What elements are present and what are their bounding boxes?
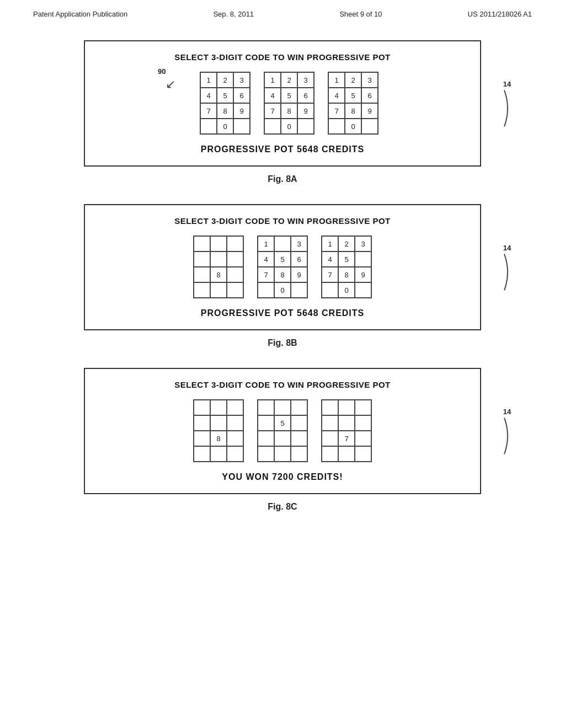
bottom-info-8a: PROGRESSIVE POT 5648 CREDITS	[102, 144, 463, 154]
grid-cell: 2	[281, 72, 297, 88]
grid-cell	[210, 415, 227, 431]
grid-cell	[258, 431, 274, 446]
grid-8b-1: 8	[193, 235, 244, 298]
grid-cell: 2	[217, 72, 233, 88]
grid-cell: 7	[200, 103, 217, 119]
grid-cell	[210, 251, 227, 267]
grid-cell	[227, 282, 243, 298]
grid-cell: 8	[345, 103, 361, 119]
num-grid-8a-3: 1234567890	[328, 72, 379, 135]
grid-cell	[258, 400, 274, 415]
grids-row-8b: 8 134567890 123457890	[102, 235, 463, 298]
num-grid-8c-1: 8	[193, 399, 244, 462]
figure-8c: SELECT 3-DIGIT CODE TO WIN PROGRESSIVE P…	[33, 368, 532, 512]
grid-cell	[194, 431, 210, 446]
grid-cell: 2	[338, 236, 355, 251]
diagram-8a-wrapper: SELECT 3-DIGIT CODE TO WIN PROGRESSIVE P…	[84, 40, 481, 167]
grid-cell: 9	[355, 267, 371, 282]
grid-cell: 4	[200, 88, 217, 103]
grid-cell	[194, 251, 210, 267]
grid-cell	[291, 282, 307, 298]
grid-cell	[355, 446, 371, 462]
grid-cell	[210, 446, 227, 462]
label-90: 90	[158, 67, 166, 76]
figure-8a: SELECT 3-DIGIT CODE TO WIN PROGRESSIVE P…	[33, 40, 532, 184]
grids-row-8a: 90 ↙ 1234567890 1234567890 1234567890	[102, 72, 463, 135]
grid-cell	[227, 236, 243, 251]
num-grid-8a-2: 1234567890	[264, 72, 315, 135]
grid-cell: 5	[217, 88, 233, 103]
grid-cell: 8	[217, 103, 233, 119]
grid-cell: 7	[258, 267, 274, 282]
grid-cell	[322, 282, 338, 298]
grid-cell	[210, 282, 227, 298]
grid-cell	[227, 431, 243, 446]
grid-cell: 9	[291, 267, 307, 282]
grid-cell: 3	[297, 72, 314, 88]
header-left: Patent Application Publication	[33, 10, 127, 18]
grid-cell: 3	[355, 236, 371, 251]
num-grid-8c-3: 7	[321, 399, 372, 462]
grid-cell	[361, 119, 378, 134]
grid-cell: 6	[291, 251, 307, 267]
grid-cell: 9	[361, 103, 378, 119]
grids-row-8c: 8 5 7	[102, 399, 463, 462]
grid-cell: 7	[322, 267, 338, 282]
grid-cell	[258, 446, 274, 462]
grid-cell	[233, 119, 250, 134]
grid-cell	[258, 282, 274, 298]
grid-cell: 0	[281, 119, 297, 134]
label-14-8a: 14	[502, 79, 512, 127]
grid-cell	[274, 431, 291, 446]
diagram-title-8c: SELECT 3-DIGIT CODE TO WIN PROGRESSIVE P…	[102, 380, 463, 389]
grid-cell	[338, 415, 355, 431]
grid-cell: 6	[297, 88, 314, 103]
num-grid-8b-2: 134567890	[257, 235, 308, 298]
grid-8c-3: 7	[321, 399, 372, 462]
header-sheet: Sheet 9 of 10	[339, 10, 382, 18]
grid-cell	[274, 400, 291, 415]
grid-8c-2: 5	[257, 399, 308, 462]
grid-cell: 3	[361, 72, 378, 88]
fig-caption-8b: Fig. 8B	[268, 338, 297, 348]
grid-cell	[194, 415, 210, 431]
diagram-box-8a: SELECT 3-DIGIT CODE TO WIN PROGRESSIVE P…	[84, 40, 481, 167]
header-center: Sep. 8, 2011	[213, 10, 254, 18]
grid-cell: 5	[274, 415, 291, 431]
grid-cell	[194, 400, 210, 415]
grid-cell: 6	[233, 88, 250, 103]
grid-cell	[258, 415, 274, 431]
label-14-8b: 14	[502, 243, 512, 291]
fig-caption-8a: Fig. 8A	[268, 174, 297, 184]
diagram-title-8b: SELECT 3-DIGIT CODE TO WIN PROGRESSIVE P…	[102, 216, 463, 226]
bottom-info-8c: YOU WON 7200 CREDITS!	[102, 472, 463, 482]
grid-cell: 5	[338, 251, 355, 267]
grid-cell	[322, 446, 338, 462]
grid-cell: 9	[297, 103, 314, 119]
grid-cell	[338, 400, 355, 415]
grid-8a-1: 1234567890	[200, 72, 250, 135]
grid-cell	[227, 400, 243, 415]
grid-cell: 0	[338, 282, 355, 298]
grid-8a-2: 1234567890	[264, 72, 315, 135]
grid-cell: 3	[233, 72, 250, 88]
grid-8a-3: 1234567890	[328, 72, 379, 135]
grid-cell: 1	[264, 72, 281, 88]
grid-cell: 0	[345, 119, 361, 134]
grid-cell: 8	[281, 103, 297, 119]
grid-cell: 1	[322, 236, 338, 251]
num-grid-8c-2: 5	[257, 399, 308, 462]
arrow-90: ↙	[166, 77, 175, 92]
grid-cell: 8	[338, 267, 355, 282]
figure-8b: SELECT 3-DIGIT CODE TO WIN PROGRESSIVE P…	[33, 204, 532, 348]
grid-cell: 4	[322, 251, 338, 267]
grid-cell: 1	[200, 72, 217, 88]
grid-cell: 7	[338, 431, 355, 446]
grid-cell: 6	[361, 88, 378, 103]
grid-cell: 8	[274, 267, 291, 282]
grid-cell	[297, 119, 314, 134]
grid-cell: 4	[264, 88, 281, 103]
grid-cell	[355, 431, 371, 446]
grid-cell	[355, 282, 371, 298]
grid-cell: 1	[258, 236, 274, 251]
